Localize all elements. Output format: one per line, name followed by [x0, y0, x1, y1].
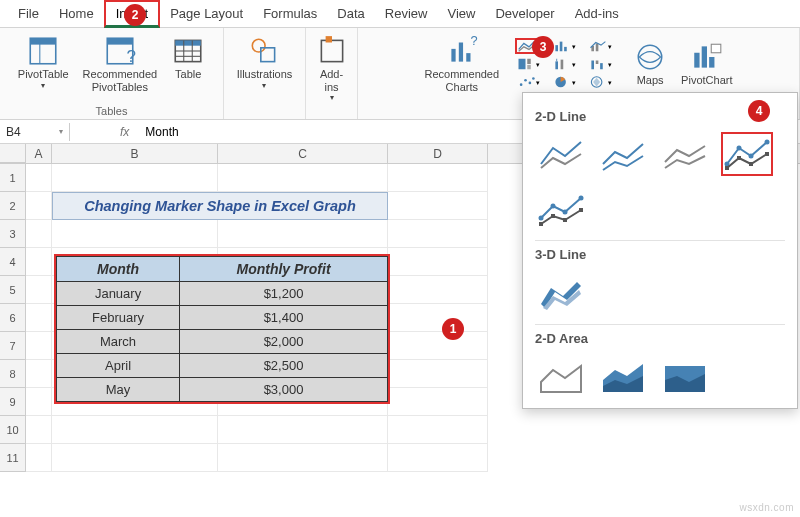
tab-file[interactable]: File	[8, 2, 49, 25]
svg-text:▾: ▾	[536, 60, 540, 67]
insert-column-chart-button[interactable]: ▾	[551, 38, 579, 54]
recommended-charts-button[interactable]: ? Recommended Charts	[421, 32, 504, 95]
select-all-corner[interactable]	[0, 144, 26, 163]
row-header[interactable]: 6	[0, 304, 26, 332]
tab-home[interactable]: Home	[49, 2, 104, 25]
svg-point-66	[579, 196, 584, 201]
callout-1: 1	[442, 318, 464, 340]
row-header[interactable]: 4	[0, 248, 26, 276]
row-header[interactable]: 9	[0, 388, 26, 416]
tab-formulas[interactable]: Formulas	[253, 2, 327, 25]
insert-pie-chart-button[interactable]: ▾	[551, 74, 579, 90]
table-cell[interactable]: $1,200	[180, 282, 388, 306]
svg-rect-1	[30, 38, 56, 44]
chart-option-area[interactable]	[535, 354, 587, 398]
chart-option-100-stacked-area[interactable]	[659, 354, 711, 398]
chart-option-stacked-line-markers[interactable]	[535, 186, 587, 230]
tab-page-layout[interactable]: Page Layout	[160, 2, 253, 25]
svg-rect-61	[749, 162, 753, 166]
row-header[interactable]: 8	[0, 360, 26, 388]
svg-point-64	[551, 204, 556, 209]
tab-addins[interactable]: Add-ins	[565, 2, 629, 25]
table-cell[interactable]: $2,500	[180, 354, 388, 378]
table-cell[interactable]: March	[57, 330, 180, 354]
insert-surface-chart-button[interactable]: ▾	[587, 74, 615, 90]
section-3d-line: 3-D Line	[535, 247, 785, 262]
title-cell[interactable]: Changing Marker Shape in Excel Graph	[52, 192, 388, 220]
chart-option-3d-line[interactable]	[535, 270, 587, 314]
tab-developer[interactable]: Developer	[485, 2, 564, 25]
table-cell[interactable]: April	[57, 354, 180, 378]
table-cell[interactable]: $3,000	[180, 378, 388, 402]
maps-button[interactable]: Maps	[629, 38, 671, 89]
row-header[interactable]: 3	[0, 220, 26, 248]
data-table-selection[interactable]: Month Monthly Profit January$1,200 Febru…	[54, 254, 390, 404]
addins-button[interactable]: Add- ins ▾	[311, 32, 353, 104]
insert-waterfall-chart-button[interactable]: ▾	[587, 56, 615, 72]
table-header[interactable]: Monthly Profit	[180, 257, 388, 282]
svg-rect-59	[725, 166, 729, 170]
addins-label: Add- ins	[320, 68, 343, 93]
svg-text:?: ?	[470, 34, 477, 48]
row-header[interactable]: 1	[0, 164, 26, 192]
svg-rect-53	[709, 57, 714, 68]
svg-rect-18	[466, 53, 470, 62]
table-cell[interactable]: $1,400	[180, 306, 388, 330]
illustrations-icon	[247, 34, 281, 68]
svg-text:▾: ▾	[608, 42, 612, 49]
row-header[interactable]: 2	[0, 192, 26, 220]
svg-point-12	[253, 39, 266, 52]
row-header[interactable]: 7	[0, 332, 26, 360]
chart-option-line-with-markers[interactable]	[721, 132, 773, 176]
pivottable-icon	[26, 34, 60, 68]
chart-option-stacked-line[interactable]	[597, 132, 649, 176]
tab-review[interactable]: Review	[375, 2, 438, 25]
row-header[interactable]: 5	[0, 276, 26, 304]
recommended-pivottables-button[interactable]: ? Recommended PivotTables	[79, 32, 162, 95]
name-box[interactable]: B4 ▾	[0, 123, 70, 141]
table-cell[interactable]: $2,000	[180, 330, 388, 354]
insert-hierarchy-chart-button[interactable]: ▾	[515, 56, 543, 72]
svg-rect-22	[527, 58, 531, 63]
svg-rect-54	[711, 45, 721, 54]
row-header[interactable]: 10	[0, 416, 26, 444]
svg-text:▾: ▾	[572, 60, 576, 67]
insert-scatter-chart-button[interactable]: ▾	[515, 74, 543, 90]
svg-rect-70	[579, 208, 583, 212]
insert-statistic-chart-button[interactable]: ▾	[551, 56, 579, 72]
table-header[interactable]: Month	[57, 257, 180, 282]
tab-view[interactable]: View	[437, 2, 485, 25]
insert-combo-chart-button[interactable]: ▾	[587, 38, 615, 54]
group-tables: PivotTable ▾ ? Recommended PivotTables T…	[0, 28, 224, 119]
svg-point-65	[563, 210, 568, 215]
pivotchart-button[interactable]: PivotChart	[677, 38, 736, 89]
group-addins: Add- ins ▾	[306, 28, 358, 119]
pivottable-label: PivotTable	[18, 68, 69, 81]
chart-option-100-stacked-line[interactable]	[659, 132, 711, 176]
row-header[interactable]: 11	[0, 444, 26, 472]
svg-point-27	[529, 81, 532, 84]
svg-rect-68	[551, 214, 555, 218]
svg-text:▾: ▾	[572, 78, 576, 85]
table-cell[interactable]: January	[57, 282, 180, 306]
illustrations-button[interactable]: Illustrations ▾	[233, 32, 297, 92]
tab-data[interactable]: Data	[327, 2, 374, 25]
chart-option-line[interactable]	[535, 132, 587, 176]
svg-rect-60	[737, 156, 741, 160]
col-header-b[interactable]: B	[52, 144, 218, 163]
svg-text:▾: ▾	[608, 78, 612, 85]
col-header-d[interactable]: D	[388, 144, 488, 163]
svg-point-28	[532, 77, 535, 80]
table-cell[interactable]: May	[57, 378, 180, 402]
table-button[interactable]: Table	[167, 32, 209, 83]
svg-rect-14	[321, 40, 342, 61]
svg-rect-43	[591, 60, 594, 69]
chart-option-stacked-area[interactable]	[597, 354, 649, 398]
col-header-c[interactable]: C	[218, 144, 388, 163]
table-cell[interactable]: February	[57, 306, 180, 330]
pivottable-button[interactable]: PivotTable ▾	[14, 32, 73, 92]
addins-icon	[315, 34, 349, 68]
col-header-a[interactable]: A	[26, 144, 52, 163]
fx-icon[interactable]: fx	[110, 125, 139, 139]
svg-rect-44	[596, 60, 599, 64]
